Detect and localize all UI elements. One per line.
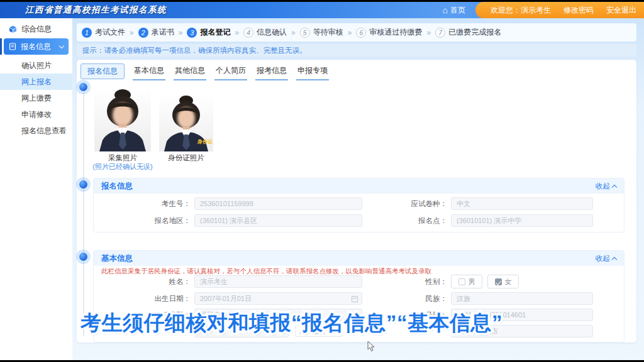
step-separator: » [291,28,296,37]
sidebar-group-overview-label: 综合信息 [21,24,52,35]
name-label: 姓名： [94,275,191,288]
area-input[interactable]: (360101) 演示县区 [194,214,362,227]
step-3-current: 3报名登记 [187,27,230,38]
content-card: 报名信息 基本信息 其他信息 个人简历 报考信息 申报专项 [77,60,636,343]
sidebar-item-online-payment[interactable]: 网上缴费 [0,90,72,106]
site-label: 报名点： [353,214,447,227]
registration-section-title: 报名信息 [101,181,133,192]
user-menu: 欢迎您：演示考生 修改密码 安全退出 [475,2,644,18]
step-6: 6审核通过待缴费 [356,27,422,38]
sidebar: 综合信息 报名信息 确认照片 网上报名 网上缴费 申请修改 报名信息查看 [0,18,72,360]
header-right: ⌂ 首页 欢迎您：演示考生 修改密码 安全退出 [443,2,644,18]
birth-date-label: 出生日期： [94,292,191,305]
step-4-number: 4 [243,28,253,38]
step-3-number: 3 [187,28,197,38]
sidebar-item-online-registration[interactable]: 网上报名 [0,74,72,90]
letterbox-top [0,0,644,2]
portrait-image [94,89,151,151]
step-1-number: 1 [82,28,92,38]
collapse-toggle[interactable]: 收起 [596,254,616,263]
idcard-photo-caption: 身份证照片 [159,153,213,163]
sidebar-group-overview[interactable]: 综合信息 [4,21,69,37]
timeline-dot [79,253,87,261]
home-label: 首页 [450,5,465,16]
step-separator: » [348,28,352,37]
gender-female-option[interactable]: 女 [487,275,519,288]
home-icon: ⌂ [443,6,448,14]
app-header: 江西省普通高校招生考试报名系统 ⌂ 首页 欢迎您：演示考生 修改密码 安全退出 [0,2,644,18]
collected-photo [94,89,151,151]
step-2: 2承诺书 [138,27,174,38]
app-screen: 江西省普通高校招生考试报名系统 ⌂ 首页 欢迎您：演示考生 修改密码 安全退出 … [0,0,644,362]
collected-photo-caption: 采集照片 [94,153,151,163]
birth-date-input[interactable]: 2007年01月01日 [194,292,362,305]
sidebar-group-registration[interactable]: 报名信息 [4,38,69,55]
progress-steps: 1考试文件 » 2承诺书 » 3报名登记 » 4信息确认 » 5等待审核 » 6… [77,23,636,41]
logout-link[interactable]: 安全退出 [606,5,636,16]
exam-no-label: 考生号： [94,197,191,210]
paper-type-label: 应试卷种： [353,197,447,210]
welcome-user: 欢迎您：演示考生 [491,5,551,16]
step-6-number: 6 [356,28,366,38]
step-separator: » [426,28,431,37]
app-title: 江西省普通高校招生考试报名系统 [25,4,167,16]
step-5: 5等待审核 [300,27,343,38]
sidebar-item-confirm-photo[interactable]: 确认照片 [0,57,72,74]
step-separator: » [179,28,183,37]
registration-section-header: 报名信息 收起 [94,178,624,194]
step-7-number: 7 [435,28,445,38]
subtitle-text: 考生须仔细核对和填报“报名信息”“基本信息” [80,309,502,337]
document-icon [9,43,16,50]
exam-no-input[interactable]: 25360101159999 [194,197,362,210]
tab-exam-info[interactable]: 报考信息 [255,63,288,80]
collapse-toggle[interactable]: 收起 [596,182,616,191]
chevron-down-icon [59,43,64,48]
checkbox-checked-icon [495,278,502,285]
sidebar-active-strip [0,38,2,55]
form-tabs: 报名信息 基本信息 其他信息 个人简历 报考信息 申报专项 [80,63,329,80]
site-input[interactable]: (36010101) 演示中学 [451,214,593,227]
subtitle-overlay: 考生须仔细核对和填报“报名信息”“基本信息” 考生须仔细核对和填报“报名信息”“… [80,309,637,342]
sidebar-group-registration-label: 报名信息 [21,41,51,52]
registration-info-section: 报名信息 收起 考生号： 25360101159999 应试卷种： 中文 报名地… [93,178,625,233]
change-password-link[interactable]: 修改密码 [564,5,594,16]
ethnicity-input[interactable]: 汉族 [451,292,593,305]
collected-photo-note: (照片已经确认无误) [83,162,162,172]
paper-type-input[interactable]: 中文 [451,197,593,210]
idcard-photo: 身份证 [159,95,213,151]
step-4: 4信息确认 [243,27,287,38]
tab-basic-info[interactable]: 基本信息 [133,63,165,80]
basic-section-title: 基本信息 [101,253,133,264]
chevron-up-icon [612,256,617,261]
step-5-number: 5 [300,28,310,38]
gender-label: 性别： [353,275,447,288]
area-label: 报名地区： [94,214,191,227]
gender-male-option[interactable]: 男 [451,275,482,288]
tab-resume[interactable]: 个人简历 [214,63,247,80]
ethnicity-label: 民族： [353,292,447,305]
sidebar-item-view-registration[interactable]: 报名信息查看 [0,123,72,139]
timeline-line [83,92,84,336]
sidebar-item-request-modify[interactable]: 申请修改 [0,106,72,123]
idcard-warning-text: 此栏信息采集于居民身份证，请认真核对，若与个人信息不符，请联系报名点修改，以免影… [101,267,431,276]
mouse-cursor [367,341,377,352]
step-separator: » [235,28,239,37]
chevron-up-icon [612,184,617,189]
name-input[interactable]: 演示考生 [194,275,362,288]
idcard-watermark: 身份证 [197,138,213,145]
checkbox-unchecked-icon [458,278,465,285]
tab-special-declare[interactable]: 申报专项 [296,63,329,80]
tab-registration-info[interactable]: 报名信息 [80,63,125,79]
step-7: 7已缴费完成报名 [435,27,501,38]
cube-icon [9,25,17,33]
step-separator: » [130,28,134,37]
timeline-dot [79,180,87,189]
basic-section-header: 基本信息 收起 [94,251,624,266]
tab-other-info[interactable]: 其他信息 [174,63,206,80]
tip-banner: 提示：请务必准确填写每一项信息，确保所填内容真实、完整且无误。 [77,44,636,57]
step-1: 1考试文件 [82,27,125,38]
home-link[interactable]: ⌂ 首页 [443,5,465,16]
timeline-dot [79,83,87,91]
step-2-number: 2 [138,28,148,38]
